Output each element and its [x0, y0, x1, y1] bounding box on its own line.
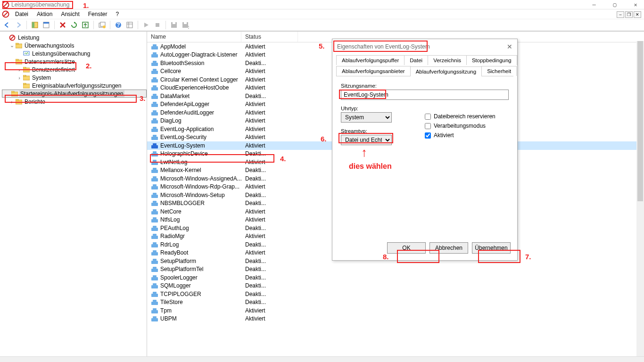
forward-icon[interactable]	[13, 20, 24, 30]
data-collector-icon	[151, 43, 158, 50]
svg-rect-75	[151, 195, 158, 198]
svg-rect-64	[153, 143, 157, 145]
back-icon[interactable]	[2, 20, 12, 30]
svg-rect-7	[43, 22, 49, 24]
data-collector-icon	[151, 60, 158, 66]
svg-rect-81	[151, 219, 158, 222]
tree-item[interactable]: ⌄Datensammlersätze	[2, 58, 147, 66]
delete-icon[interactable]	[58, 20, 68, 30]
data-collector-icon	[151, 249, 158, 256]
tree-item[interactable]: Ereignisablaufverfolgungssitzungen	[2, 82, 147, 90]
play-icon[interactable]	[141, 20, 151, 30]
svg-rect-103	[151, 310, 158, 313]
mdi-close-button[interactable]: ✕	[634, 11, 641, 18]
data-collector-icon	[151, 299, 158, 305]
tree-root[interactable]: Leistung	[2, 33, 147, 41]
dialog-tab[interactable]: Datei	[404, 55, 428, 65]
tree-item[interactable]: Startereignis-Ablaufverfolgungssitzungen	[2, 90, 147, 98]
tree-item[interactable]: ›Benutzerdefiniert	[2, 66, 147, 74]
annotation-label: 7.	[525, 253, 531, 261]
svg-rect-39	[151, 46, 158, 49]
dialog-tabs: AblaufverfolgungspufferDateiVerzeichnisS…	[336, 54, 513, 76]
mdi-restore-button[interactable]: ❐	[625, 11, 633, 18]
scrollbar[interactable]	[636, 41, 644, 356]
activated-checkbox[interactable]: Aktiviert	[425, 132, 509, 139]
menu-fenster[interactable]: Fenster	[85, 10, 110, 18]
svg-rect-69	[151, 170, 158, 173]
folder-icon	[23, 74, 30, 82]
svg-rect-100	[153, 292, 157, 294]
session-name-field[interactable]	[341, 90, 509, 100]
save-disk-arrow-icon[interactable]	[180, 20, 190, 30]
svg-rect-21	[184, 22, 187, 24]
help-icon[interactable]: ?	[113, 20, 124, 30]
svg-rect-95	[151, 277, 158, 280]
window-title: Leistungsüberwachung	[11, 1, 69, 8]
window-minimize-button[interactable]: —	[587, 1, 601, 8]
svg-line-23	[11, 36, 14, 39]
annotation-label: 5.	[319, 42, 325, 50]
dialog-tab[interactable]: Ablaufverfolgungssitzung	[410, 66, 482, 76]
list-item[interactable]: SQMLoggerDeakti...	[147, 282, 644, 290]
svg-rect-47	[151, 79, 158, 82]
svg-rect-50	[153, 85, 157, 87]
menu-datei[interactable]: Datei	[12, 10, 31, 18]
svg-rect-41	[151, 54, 158, 58]
cancel-button[interactable]: Abbrechen	[429, 242, 468, 254]
svg-rect-34	[23, 83, 26, 84]
tree-item[interactable]: ⌄Überwachungstools	[2, 41, 147, 49]
clock-type-select[interactable]: System	[341, 112, 392, 123]
list-item[interactable]: TCPIPLOGGERDeakti...	[147, 290, 644, 298]
window-maximize-button[interactable]: ▢	[608, 1, 621, 8]
mdi-minimize-button[interactable]: –	[617, 11, 624, 18]
svg-rect-71	[151, 178, 158, 181]
tree-item[interactable]: ›System	[2, 74, 147, 82]
svg-rect-66	[153, 151, 157, 153]
svg-rect-40	[153, 44, 157, 46]
clock-type-label: Uhrtyp:	[341, 106, 425, 111]
save-disk-icon[interactable]	[169, 20, 179, 30]
dialog-tab[interactable]: Ablaufverfolgungspuffer	[336, 55, 405, 65]
list-item[interactable]: SpoolerLoggerDeakti...	[147, 273, 644, 282]
menu-aktion[interactable]: Aktion	[34, 10, 55, 18]
template-icon[interactable]	[124, 20, 135, 30]
refresh-icon[interactable]	[69, 20, 79, 30]
annotation-label: 6.	[321, 135, 327, 143]
dialog-tab[interactable]: Ablaufverfolgungsanbieter	[336, 66, 411, 76]
menu-help[interactable]: ?	[113, 10, 122, 18]
window-close-button[interactable]: ✕	[629, 1, 642, 8]
ok-button[interactable]: OK	[387, 242, 426, 254]
dialog-tab[interactable]: Sicherheit	[481, 66, 517, 76]
stop-icon[interactable]	[152, 20, 163, 30]
list-item[interactable]: TileStoreDeakti...	[147, 298, 644, 307]
column-name[interactable]: Name	[147, 32, 241, 42]
data-collector-icon	[151, 266, 158, 272]
list-item[interactable]: TpmAktiviert	[147, 306, 644, 315]
title-bar: Leistungsüberwachung — ▢ ✕	[0, 0, 644, 9]
tree-item[interactable]: ›Berichte	[2, 98, 147, 106]
navigation-tree[interactable]: Leistung ⌄ÜberwachungstoolsLeistungsüber…	[0, 32, 147, 356]
column-status[interactable]: Status	[241, 32, 298, 42]
folder-icon	[15, 42, 23, 49]
apply-button[interactable]: Übernehmen	[472, 242, 511, 254]
new-window-icon[interactable]	[97, 20, 107, 30]
svg-rect-42	[153, 52, 157, 54]
dialog-tab[interactable]: Verzeichnis	[428, 55, 467, 65]
svg-rect-14	[127, 22, 132, 28]
svg-rect-30	[23, 67, 26, 68]
processing-mode-checkbox[interactable]: Verarbeitungsmodus	[425, 123, 509, 129]
tree-item[interactable]: Leistungsüberwachung	[2, 49, 147, 58]
stream-type-select[interactable]: Datei und Echtze	[341, 135, 392, 145]
dialog-close-button[interactable]: ✕	[507, 43, 512, 50]
data-collector-icon	[151, 200, 158, 206]
data-collector-icon	[151, 167, 158, 173]
export-icon[interactable]	[80, 20, 91, 30]
dialog-tab[interactable]: Stoppbedingung	[466, 55, 517, 65]
reserve-filearea-checkbox[interactable]: Dateibereich reservieren	[425, 113, 509, 120]
menu-ansicht[interactable]: Ansicht	[58, 10, 82, 18]
list-item[interactable]: UBPMAktiviert	[147, 315, 644, 323]
list-item[interactable]: SetupPlatformTelDeakti...	[147, 265, 644, 274]
show-hide-icon[interactable]	[30, 20, 40, 30]
properties-icon[interactable]	[41, 20, 51, 30]
dialog-title: Eigenschaften von EventLog-System	[337, 43, 430, 50]
